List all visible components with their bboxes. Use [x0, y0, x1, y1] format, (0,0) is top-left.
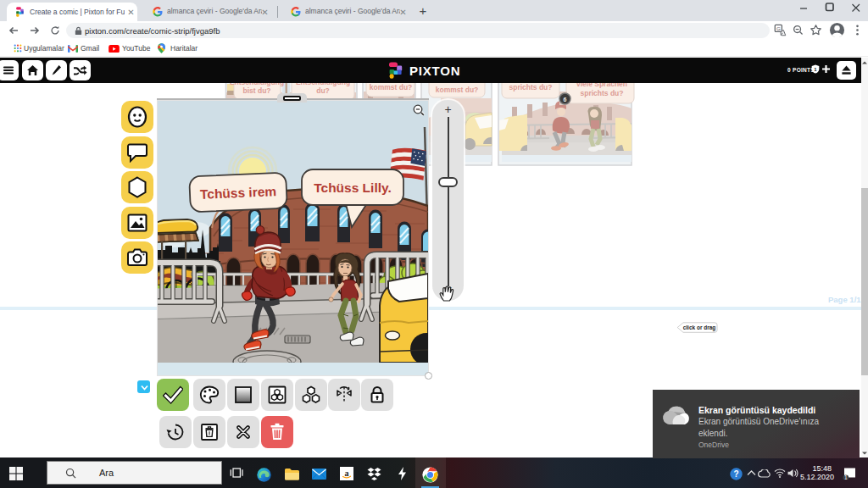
svg-text:Tchüss Lilly.: Tchüss Lilly. [314, 180, 392, 195]
svg-text:G: G [776, 25, 781, 31]
svg-text:sprichts du?: sprichts du? [509, 83, 552, 92]
svg-text:bist du?: bist du? [242, 86, 270, 95]
svg-text:a: a [345, 469, 349, 478]
svg-text:kommst du?: kommst du? [370, 83, 413, 92]
svg-text:du?: du? [316, 86, 330, 95]
svg-text:Entschuldigung: Entschuldigung [230, 83, 284, 86]
svg-text:kommst du?: kommst du? [436, 86, 479, 94]
svg-text:6: 6 [564, 97, 567, 103]
svg-text:Entschuldigung: Entschuldigung [296, 83, 350, 86]
svg-text:?: ? [733, 469, 738, 479]
svg-text:sprichts du?: sprichts du? [580, 89, 623, 97]
svg-text:1: 1 [844, 474, 848, 480]
svg-text:click or drag: click or drag [683, 324, 716, 331]
svg-text:viele Sprachen: viele Sprachen [576, 83, 627, 88]
